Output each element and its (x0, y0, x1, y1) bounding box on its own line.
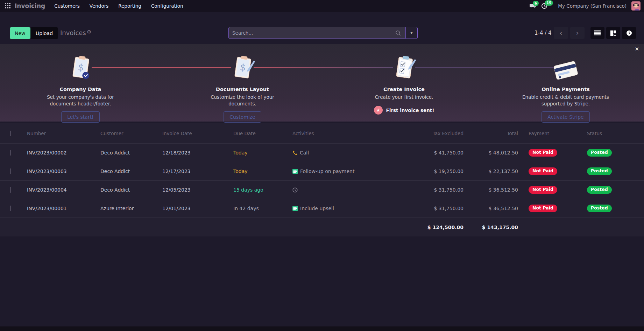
apps-grid-icon[interactable] (5, 3, 11, 9)
step-description: Customize the look of your documents. (197, 94, 288, 107)
column-header-invoice-date[interactable]: Invoice Date (162, 131, 233, 136)
row-checkbox[interactable] (10, 187, 11, 193)
payment-badge: Not Paid (529, 167, 557, 175)
pager-range: 1-4 / 4 (535, 30, 552, 36)
invoice-customer: Deco Addict (100, 168, 162, 174)
column-header-customer[interactable]: Customer (100, 131, 162, 136)
pager-previous-button[interactable]: ‹ (554, 27, 568, 39)
kanban-view-icon (610, 30, 616, 36)
chevron-left-icon: ‹ (560, 29, 562, 37)
step-description: Create your first invoice. (359, 94, 450, 101)
clock-activity-icon (292, 187, 298, 193)
invoice-customer: Azure Interior (100, 206, 162, 211)
activity-label: Call (300, 150, 309, 156)
column-header-number[interactable]: Number (27, 131, 100, 136)
tax-excluded-amount: $ 31,750.00 (403, 206, 463, 211)
activity-cell[interactable]: Include upsell (292, 206, 403, 211)
total-amount: $ 22,137.50 (463, 168, 518, 174)
row-checkbox[interactable] (10, 150, 11, 156)
table-row[interactable]: INV/2023/00001 Azure Interior 12/01/2023… (0, 199, 644, 218)
activate-stripe-button[interactable]: Activate Stripe (542, 111, 589, 123)
column-header-tax-excluded[interactable]: Tax Excluded (403, 131, 463, 136)
table-row[interactable]: INV/2023/00003 Deco Addict 12/17/2023 To… (0, 162, 644, 180)
main-menu: Customers Vendors Reporting Configuratio… (54, 3, 183, 9)
bottom-bar (0, 326, 644, 331)
table-header-row: Number Customer Invoice Date Due Date Ac… (0, 123, 644, 143)
activity-view-button[interactable] (622, 27, 636, 39)
search-icon (395, 30, 401, 36)
new-button[interactable]: New (10, 27, 30, 39)
phone-icon (292, 150, 298, 156)
menu-configuration[interactable]: Configuration (151, 3, 183, 9)
search-options-button[interactable]: ▼ (405, 27, 418, 39)
clipboard-dollar-pencil-icon: $ (179, 51, 305, 84)
clipboard-dollar-check-icon: $ (17, 51, 143, 84)
invoice-customer: Deco Addict (100, 150, 162, 156)
banner-close-button[interactable]: ✕ (635, 46, 639, 52)
invoice-date: 12/17/2023 (162, 168, 233, 174)
total-amount: $ 48,012.50 (463, 150, 518, 156)
onboarding-step-company-data: $ Company Data Set your company's data f… (17, 51, 143, 123)
step-title: Documents Layout (179, 87, 305, 92)
activity-label: Include upsell (300, 206, 334, 211)
status-badge: Posted (587, 205, 612, 212)
invoice-number: INV/2023/00002 (27, 150, 100, 156)
invoice-date: 12/01/2023 (162, 206, 233, 211)
search-bar[interactable] (228, 27, 405, 39)
onboarding-step-documents-layout: $ Documents Layout Customize the look of… (179, 51, 305, 123)
column-header-payment[interactable]: Payment (518, 131, 587, 136)
column-header-total[interactable]: Total (463, 131, 518, 136)
onboarding-banner: $ Company Data Set your company's data f… (0, 44, 644, 122)
menu-customers[interactable]: Customers (54, 3, 80, 9)
user-avatar[interactable] (631, 1, 641, 11)
search-input[interactable] (232, 30, 395, 36)
table-row[interactable]: INV/2023/00004 Deco Addict 12/05/2023 15… (0, 180, 644, 199)
invoice-customer: Deco Addict (100, 187, 162, 193)
messages-badge: 6 (533, 1, 539, 6)
star-icon: ★ (374, 106, 383, 115)
messages-button[interactable]: 6 (529, 3, 536, 9)
step-done-label: First invoice sent! (386, 108, 434, 113)
tax-excluded-amount: $ 31,750.00 (403, 187, 463, 193)
invoice-date: 12/18/2023 (162, 150, 233, 156)
activity-cell[interactable]: Call (292, 150, 403, 156)
lets-start-button[interactable]: Let's start! (61, 111, 99, 123)
total-total: $ 143,175.00 (463, 225, 518, 230)
list-view-button[interactable] (590, 27, 604, 39)
tax-excluded-amount: $ 19,250.00 (403, 168, 463, 174)
activity-cell[interactable]: Follow-up on payment (292, 168, 403, 174)
select-all-checkbox[interactable] (10, 131, 11, 136)
list-activity-icon (292, 169, 298, 174)
credit-card-icon (503, 51, 629, 84)
activities-badge: 15 (545, 0, 553, 6)
column-header-due-date[interactable]: Due Date (233, 131, 292, 136)
invoice-number: INV/2023/00004 (27, 187, 100, 193)
pager-next-button[interactable]: › (570, 27, 585, 39)
row-checkbox[interactable] (10, 206, 11, 211)
control-panel: New Upload Invoices ⚙ ▼ 1-4 / 4 ‹ › (0, 12, 644, 43)
gear-icon[interactable]: ⚙ (87, 29, 91, 35)
status-badge: Posted (587, 167, 612, 175)
app-name[interactable]: Invoicing (15, 2, 45, 9)
close-icon: ✕ (635, 46, 639, 52)
top-navbar: Invoicing Customers Vendors Reporting Co… (0, 0, 644, 12)
payment-badge: Not Paid (529, 205, 557, 212)
menu-vendors[interactable]: Vendors (90, 3, 108, 9)
kanban-view-button[interactable] (606, 27, 620, 39)
step-description: Enable credit & debit card payments supp… (520, 94, 611, 107)
table-row[interactable]: INV/2023/00002 Deco Addict 12/18/2023 To… (0, 143, 644, 162)
activities-button[interactable]: 15 (541, 3, 547, 9)
column-header-activities[interactable]: Activities (292, 131, 403, 136)
menu-reporting[interactable]: Reporting (118, 3, 141, 9)
step-done-badge: ★ First invoice sent! (374, 106, 434, 115)
payment-badge: Not Paid (529, 186, 557, 194)
clipboard-checklist-icon (341, 51, 467, 84)
activity-cell[interactable] (292, 187, 403, 193)
step-description: Set your company's data for documents he… (35, 94, 126, 107)
company-switcher[interactable]: My Company (San Francisco) (558, 3, 627, 9)
row-checkbox[interactable] (10, 168, 11, 174)
column-header-status[interactable]: Status (587, 131, 644, 136)
upload-button[interactable]: Upload (30, 27, 58, 39)
customize-button[interactable]: Customize (224, 111, 261, 123)
total-amount: $ 36,512.50 (463, 187, 518, 193)
